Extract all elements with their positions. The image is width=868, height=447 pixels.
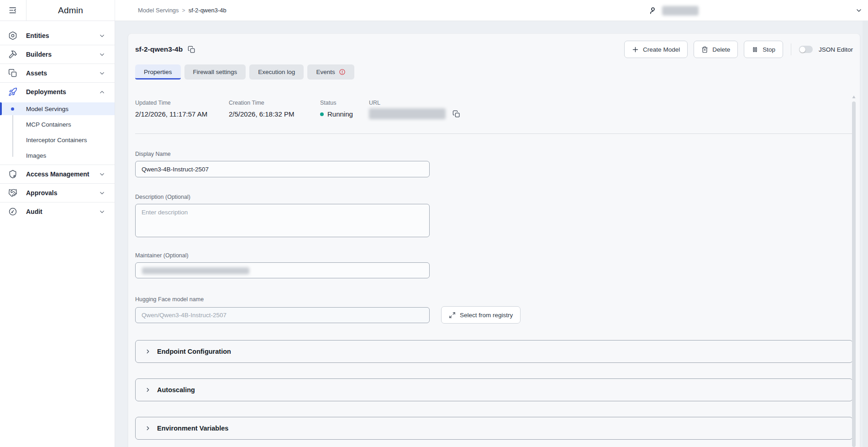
sidebar-subitem-label: MCP Containers [26,121,71,128]
sidebar-collapse-button[interactable] [0,0,26,21]
content-scrollbar-thumb[interactable] [852,101,856,447]
rocket-icon [8,87,17,96]
meta-row: Updated Time 2/12/2026, 11:17:57 AM Crea… [135,100,853,119]
select-from-registry-label: Select from registry [460,312,513,319]
tab-properties[interactable]: Properties [135,64,181,80]
delete-label: Delete [712,46,730,53]
sidebar-item-interceptor-containers[interactable]: Interceptor Containers [0,133,115,146]
breadcrumb-parent[interactable]: Model Servings [138,7,179,14]
toolbar: Create Model Delete Stop [624,41,853,58]
copy-stack-icon [8,69,17,78]
chevron-down-icon [99,208,105,215]
page-title: sf-2-qwen3-4b [135,45,183,53]
app-title: Admin [26,0,115,21]
toggle-knob [800,47,805,53]
trash-icon [701,46,708,53]
sidebar-item-deployments[interactable]: Deployments [0,83,115,101]
top-header: Admin Model Servings > sf-2-qwen3-4b [0,0,868,21]
chevron-down-icon [99,32,105,39]
scrollbar-up-arrow-icon[interactable] [852,95,856,99]
tab-events[interactable]: Events [307,64,354,80]
meta-status: Status Running [320,100,369,119]
meta-creation-time: Creation Time 2/5/2026, 6:18:32 PM [229,100,320,119]
chevron-up-icon [99,89,105,96]
breadcrumb: Model Servings > sf-2-qwen3-4b [138,0,226,21]
copy-url-icon[interactable] [452,110,460,118]
sidebar-item-entities[interactable]: Entities [0,27,115,45]
section-label: Environment Variables [157,425,228,432]
sidebar-item-audit[interactable]: Audit [0,202,115,221]
sidebar-item-label: Assets [26,69,47,77]
chevron-right-icon [145,348,151,355]
description-field[interactable] [135,204,430,237]
section-autoscaling[interactable]: Autoscaling [135,378,853,401]
section-environment-variables[interactable]: Environment Variables [135,417,853,440]
hf-model-name-label: Hugging Face model name [135,296,853,303]
app-root: Admin Model Servings > sf-2-qwen3-4b Ent… [0,0,868,447]
sidebar-item-mcp-containers[interactable]: MCP Containers [0,118,115,131]
select-from-registry-button[interactable]: Select from registry [441,306,521,324]
chevron-right-icon [145,425,151,431]
maintainer-field[interactable] [135,262,430,278]
plus-icon [632,46,639,53]
display-name-field[interactable] [135,161,430,177]
tab-execution-log[interactable]: Execution log [249,64,304,80]
tab-firewall-settings[interactable]: Firewall settings [184,64,246,80]
json-editor-label: JSON Editor [819,46,853,53]
sidebar-item-images[interactable]: Images [0,149,115,162]
meta-url: URL [369,100,460,119]
pause-icon [752,46,758,53]
user-menu[interactable] [649,0,863,21]
breadcrumb-separator-icon: > [182,7,185,14]
status-running-dot-icon [320,112,324,116]
status-badge: Running [320,110,369,118]
card-header: sf-2-qwen3-4b Create Model [135,34,853,59]
meta-value: 2/5/2026, 6:18:32 PM [229,110,320,118]
page-scrollbar-track [863,21,868,447]
deployments-subnav: Model Servings MCP Containers Intercepto… [0,101,115,165]
chevron-down-icon [99,70,105,77]
sidebar-item-approvals[interactable]: Approvals [0,184,115,202]
collapse-sidebar-icon [9,6,17,15]
description-label: Description (Optional) [135,194,853,200]
sidebar-item-model-servings[interactable]: Model Servings [0,102,115,115]
meta-label: Status [320,100,369,106]
breadcrumb-current: sf-2-qwen3-4b [189,7,226,14]
meta-label: URL [369,100,460,106]
sidebar-item-access-management[interactable]: Access Management [0,165,115,183]
detail-card: sf-2-qwen3-4b Create Model [128,33,860,447]
delete-button[interactable]: Delete [694,41,738,58]
stop-label: Stop [763,46,775,53]
section-label: Endpoint Configuration [157,348,231,355]
section-divider [135,133,853,134]
gauge-icon [8,207,17,216]
hf-model-name-field[interactable] [135,307,430,323]
expand-arrows-icon [449,312,456,319]
hexagon-nut-icon [8,31,17,40]
maintainer-value-redacted [142,267,249,274]
stop-button[interactable]: Stop [744,41,783,58]
copy-title-icon[interactable] [188,46,195,53]
sidebar-subitem-label: Images [26,152,46,159]
json-editor-toggle[interactable] [799,46,813,53]
meta-label: Updated Time [135,100,229,106]
sidebar-item-builders[interactable]: Builders [0,45,115,64]
sidebar-item-label: Access Management [26,170,89,178]
sidebar-item-assets[interactable]: Assets [0,64,115,82]
tab-bar: Properties Firewall settings Execution l… [135,64,853,80]
sidebar-item-label: Entities [26,32,49,39]
sidebar-item-label: Approvals [26,189,57,197]
toolbar-divider [791,43,791,55]
sidebar-item-label: Builders [26,51,52,58]
handshake-icon [8,188,17,197]
meta-value: 2/12/2026, 11:17:57 AM [135,110,229,118]
hf-model-row: Select from registry [135,306,853,324]
maintainer-label: Maintainer (Optional) [135,252,853,259]
user-name-redacted [662,6,699,16]
chevron-down-icon[interactable] [855,7,863,14]
create-model-button[interactable]: Create Model [624,41,688,58]
user-icon [649,6,657,15]
section-endpoint-configuration[interactable]: Endpoint Configuration [135,340,853,363]
sidebar-item-label: Audit [26,208,42,215]
sidebar-subitem-label: Interceptor Containers [26,137,87,144]
